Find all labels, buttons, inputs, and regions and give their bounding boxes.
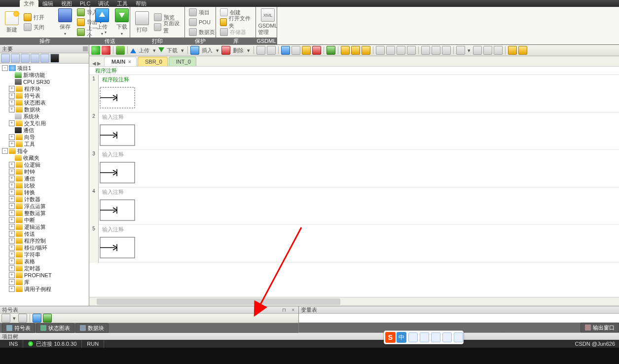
menu-tools[interactable]: 工具 (113, 0, 132, 7)
rung-comment[interactable]: 程序段注释 (99, 75, 619, 84)
expander-icon[interactable]: + (9, 224, 15, 230)
chevron-down-icon[interactable]: ▾ (246, 47, 251, 54)
expander-icon[interactable]: + (9, 86, 15, 92)
compile-button[interactable] (116, 46, 125, 55)
tree-node[interactable]: +向导 (0, 134, 89, 141)
rung-body[interactable] (99, 122, 619, 149)
menu-view[interactable]: 视图 (57, 0, 76, 7)
upload-arrow-icon[interactable] (130, 45, 136, 53)
toolbar-icon[interactable] (327, 46, 335, 55)
tree-node[interactable]: +转换 (0, 189, 89, 196)
bottom-tab-output[interactable]: 输出窗口 (581, 323, 619, 332)
toolbar-icon[interactable] (376, 46, 385, 55)
rung-comment[interactable]: 输入注释 (99, 187, 619, 197)
tree-node[interactable]: +逻辑运算 (0, 223, 89, 230)
project-tree[interactable]: -项目1新增功能CPU SR30+程序块+符号表+状态图表+数据块系统块+交叉引… (0, 64, 89, 306)
expander-icon[interactable]: + (9, 217, 15, 223)
btm-tb-icon[interactable] (33, 314, 41, 323)
rung-body[interactable] (99, 197, 619, 224)
insert-icon[interactable] (190, 46, 199, 55)
ime-icon[interactable] (408, 332, 418, 342)
ladder-rung[interactable]: 4输入注释 (89, 187, 619, 225)
expander-icon[interactable]: + (9, 265, 15, 271)
ime-mode-icon[interactable]: 中 (397, 332, 407, 343)
menu-debug[interactable]: 调试 (94, 0, 113, 7)
tree-node[interactable]: +传送 (0, 230, 89, 237)
delete-icon[interactable] (221, 46, 230, 55)
expander-icon[interactable]: + (9, 134, 15, 140)
close-button[interactable]: 关闭 (23, 23, 54, 32)
protect-datapage-button[interactable]: 数据页 (188, 28, 219, 36)
rung-body[interactable] (99, 234, 619, 262)
toolbar-icon[interactable] (518, 46, 527, 55)
toolbar-icon[interactable] (508, 46, 517, 55)
lib-openfolder-button[interactable]: 打开文件夹 (219, 18, 253, 27)
stop-button[interactable] (102, 46, 110, 55)
expander-icon[interactable]: - (2, 65, 8, 71)
expander-icon[interactable]: + (9, 100, 15, 106)
horizontal-scrollbar[interactable] (89, 297, 619, 306)
pin-icon[interactable] (83, 46, 88, 51)
tree-node[interactable]: CPU SR30 (0, 78, 89, 85)
tree-node[interactable]: +浮点运算 (0, 203, 89, 210)
rung-body[interactable] (99, 159, 619, 187)
ladder-rung[interactable]: 3输入注释 (89, 150, 619, 187)
expander-icon[interactable]: + (9, 182, 15, 188)
lib-storage-button[interactable]: 存储器 (219, 28, 253, 36)
tree-node[interactable]: 新增功能 (0, 72, 89, 78)
toolbar-download-label[interactable]: 下载 (166, 47, 179, 54)
run-button[interactable] (91, 46, 100, 55)
expander-icon[interactable]: + (9, 203, 15, 209)
toolbar-icon[interactable] (341, 46, 350, 55)
ime-popup[interactable]: S 中 (384, 330, 464, 344)
expander-icon[interactable]: + (9, 196, 15, 202)
insert-label[interactable]: 插入 (201, 47, 214, 54)
tab-int0[interactable]: INT_0 (169, 57, 196, 66)
tree-node[interactable]: +中断 (0, 217, 89, 223)
pagesetup-button[interactable]: 页面设置 (153, 23, 184, 32)
expander-icon[interactable]: + (9, 272, 15, 278)
tree-node[interactable]: +移位/循环 (0, 244, 89, 251)
expander-icon[interactable]: + (9, 252, 15, 257)
menu-plc[interactable]: PLC (76, 0, 94, 7)
toolbar-icon[interactable] (397, 46, 405, 55)
ime-icon[interactable] (420, 332, 429, 342)
tree-node[interactable]: +程序块 (0, 85, 89, 92)
new-button[interactable]: 新建 (3, 8, 21, 36)
toolbar-icon[interactable] (483, 46, 492, 55)
pin-icon[interactable]: ⊓ (282, 307, 288, 313)
tree-node[interactable]: +定时器 (0, 265, 89, 272)
tree-node[interactable]: +数据块 (0, 106, 89, 113)
toolbar-upload-label[interactable]: 上传 (138, 47, 150, 54)
expander-icon[interactable]: + (9, 231, 15, 237)
side-tb-icon[interactable] (1, 54, 10, 63)
toolbar-icon[interactable] (281, 46, 290, 55)
toolbar-icon[interactable] (432, 46, 440, 55)
toolbar-icon[interactable] (386, 46, 395, 55)
chevron-down-icon[interactable]: ▾ (152, 47, 157, 54)
tree-node[interactable]: +时钟 (0, 168, 89, 175)
tree-node[interactable]: 通信 (0, 127, 89, 134)
protect-project-button[interactable]: 项目 (188, 8, 219, 17)
open-button[interactable]: 打开 (23, 13, 54, 22)
btm-tb-icon[interactable] (18, 314, 27, 323)
side-tb-icon[interactable] (40, 54, 49, 63)
tree-node[interactable]: +工具 (0, 141, 89, 147)
tree-node[interactable]: +交叉引用 (0, 120, 89, 127)
expander-icon[interactable]: + (9, 176, 15, 182)
tab-sbr0[interactable]: SBR_0 (138, 57, 168, 66)
expander-icon[interactable]: + (9, 107, 15, 112)
save-button[interactable]: 保存▾ (56, 8, 74, 36)
tab-nav[interactable]: ◀▶ (92, 61, 101, 66)
toolbar-icon[interactable] (267, 46, 276, 55)
tree-node[interactable]: +字符串 (0, 251, 89, 258)
chevron-down-icon[interactable]: ▾ (12, 315, 17, 322)
rung-comment[interactable]: 输入注释 (99, 225, 619, 234)
side-tb-icon[interactable] (21, 54, 30, 63)
ime-icon[interactable] (442, 332, 452, 342)
expander-icon[interactable]: + (9, 210, 15, 216)
menu-edit[interactable]: 编辑 (38, 0, 57, 7)
menu-file[interactable]: 文件 (20, 0, 38, 7)
tree-node[interactable]: +计数器 (0, 196, 89, 203)
tab-main[interactable]: MAIN× (104, 57, 137, 66)
